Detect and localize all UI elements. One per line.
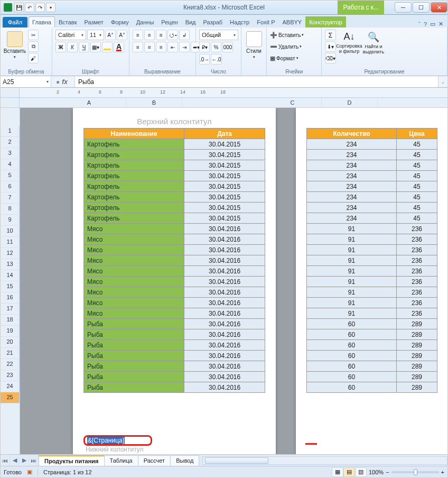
cell[interactable]: 91 [307,245,397,255]
next-sheet-icon[interactable]: ▶ [20,455,29,466]
cell[interactable]: Картофель [84,171,184,181]
cell[interactable]: 91 [307,234,397,245]
table-row[interactable]: Картофель30.04.2015 [84,213,265,224]
cell[interactable]: Картофель [84,203,184,213]
cell[interactable]: 236 [397,255,437,266]
insert-cells-button[interactable]: Вставить [278,30,301,40]
align-bottom-button[interactable]: ≡ [156,30,166,40]
paste-button[interactable]: Вставить ▾ [4,30,26,61]
table-row[interactable]: 23445 [307,150,437,160]
col-header-b[interactable]: B [126,98,182,108]
cell[interactable]: Рыба [84,340,184,351]
table-row[interactable]: 60289 [307,329,437,340]
table-row[interactable]: Мясо30.04.2016 [84,224,265,234]
border-button[interactable]: ▦▾ [90,42,101,52]
table-row[interactable]: Рыба30.04.2016 [84,382,265,393]
cell[interactable]: 91 [307,224,397,234]
cell[interactable]: 30.04.2015 [184,171,265,181]
cell[interactable]: 30.04.2015 [184,139,265,150]
select-all-corner[interactable] [1,88,20,98]
cell[interactable]: Мясо [84,298,184,308]
sheet-tab-2[interactable]: Рассчет [138,455,171,466]
cell[interactable]: 234 [307,150,397,160]
row-header-4[interactable]: 4 [1,159,20,170]
cell[interactable]: 289 [397,351,437,361]
percent-button[interactable]: % [211,42,221,52]
row-header-22[interactable]: 22 [1,359,20,370]
zoom-slider[interactable] [391,471,439,473]
table-row[interactable]: Картофель30.04.2015 [84,203,265,213]
cell[interactable]: 30.04.2016 [184,224,265,234]
table-row[interactable]: 91236 [307,234,437,245]
table-row[interactable]: Мясо30.04.2016 [84,255,265,266]
find-select-button[interactable]: 🔍 Найти и выделить [362,30,385,61]
cell[interactable]: Картофель [84,150,184,160]
autosum-button[interactable] [325,30,336,40]
row-header-2[interactable]: 2 [1,137,20,148]
orientation-button[interactable]: ⭯▾ [167,30,178,40]
cell[interactable]: Рыба [84,319,184,329]
row-header-18[interactable]: 18 [1,315,20,326]
cell[interactable]: 60 [307,329,397,340]
row-header-24[interactable]: 24 [1,381,20,392]
cell[interactable]: 236 [397,308,437,319]
table-row[interactable]: 91236 [307,266,437,277]
table-row[interactable]: 23445 [307,139,437,150]
file-tab[interactable]: Файл [3,17,27,27]
cell[interactable]: 234 [307,213,397,224]
align-top-button[interactable]: ≡ [133,30,143,40]
row-header-16[interactable]: 16 [1,292,20,304]
scroll-thumb[interactable] [205,457,268,464]
cell[interactable]: 60 [307,382,397,393]
cell[interactable]: 30.04.2015 [184,181,265,192]
cell[interactable]: Мясо [84,308,184,319]
cell[interactable]: Картофель [84,213,184,224]
table-row[interactable]: Картофель30.04.2015 [84,160,265,171]
table-header[interactable]: Дата [184,128,265,139]
row-header-13[interactable]: 13 [1,259,20,270]
minimize-ribbon-icon[interactable]: ˆ [418,21,421,27]
row-header-9[interactable]: 9 [1,215,20,226]
align-left-button[interactable]: ≡ [133,42,143,52]
cell[interactable]: 30.04.2016 [184,340,265,351]
number-format-combo[interactable]: Общий▾ [199,30,238,40]
col-header-c[interactable]: C [264,98,322,108]
cell[interactable]: 30.04.2015 [184,192,265,203]
cell[interactable]: 91 [307,287,397,298]
table-row[interactable]: Картофель30.04.2015 [84,139,265,150]
row-header-19[interactable]: 19 [1,326,20,337]
row-header-1[interactable]: 1 [1,126,20,137]
cell[interactable]: 30.04.2016 [184,329,265,340]
cell[interactable]: Картофель [84,181,184,192]
decrease-decimal-button[interactable]: ←.0 [211,54,221,65]
delete-cells-button[interactable]: Удалить [278,41,298,52]
styles-button[interactable]: Стили ▾ [245,30,263,61]
qat-dropdown-icon[interactable]: ▾ [46,3,55,12]
table-row[interactable]: 23445 [307,213,437,224]
cell[interactable]: Рыба [84,351,184,361]
table-row[interactable]: Мясо30.04.2016 [84,287,265,298]
cell[interactable]: 30.04.2016 [184,319,265,329]
tab-addins[interactable]: Надстр [226,16,253,27]
table-row[interactable]: Мясо30.04.2016 [84,245,265,255]
align-middle-button[interactable]: ≡ [144,30,155,40]
cell[interactable]: 30.04.2016 [184,308,265,319]
table-row[interactable]: 23445 [307,192,437,203]
cell[interactable]: 45 [397,213,437,224]
table-row[interactable]: 91236 [307,287,437,298]
cell[interactable]: 30.04.2016 [184,287,265,298]
tab-review[interactable]: Рецен [157,16,181,27]
row-header-3[interactable]: 3 [1,148,20,159]
cell[interactable]: Картофель [84,139,184,150]
increase-indent-button[interactable]: ⇥ [179,42,190,52]
cell[interactable]: 60 [307,340,397,351]
table-row[interactable]: 23445 [307,160,437,171]
bold-button[interactable]: Ж [55,42,66,52]
header-placeholder[interactable]: Верхний колонтитул [73,108,276,126]
copy-button[interactable]: ⧉ [28,41,39,52]
cell[interactable]: 91 [307,298,397,308]
row-header-8[interactable]: 8 [1,204,20,215]
table-row[interactable]: Мясо30.04.2016 [84,298,265,308]
save-icon[interactable]: 💾 [14,3,24,12]
decrease-font-button[interactable]: A˅ [117,30,127,40]
